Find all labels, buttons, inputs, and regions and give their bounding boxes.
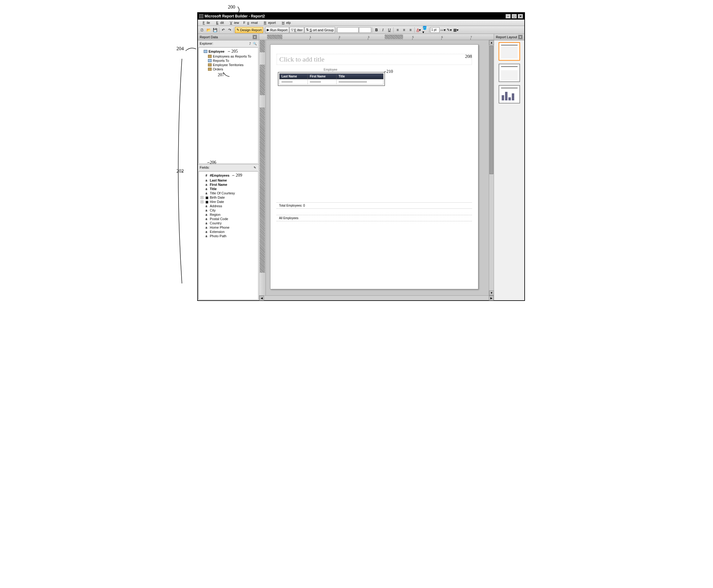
fields-section: ⌢206 Fields: ✎ # #Employees ⌢ 209 aLast … (198, 164, 259, 300)
report-data-header[interactable]: Report Data ▼ (198, 34, 259, 40)
field-title[interactable]: aTitle (199, 187, 257, 191)
field-region[interactable]: aRegion (199, 212, 257, 217)
layout-matrix-template[interactable] (498, 64, 520, 82)
workspace: Report Data ▼ Explorer: ⤴ 🔍 Employee (198, 34, 524, 300)
date-field-icon: ▦ (205, 200, 208, 204)
tree-item-territories[interactable]: Employee Territories (199, 63, 257, 67)
field-city[interactable]: aCity (199, 208, 257, 212)
field-extension[interactable]: aExtension (199, 230, 257, 234)
align-center-icon[interactable]: ≡ (401, 27, 407, 33)
aggregate-icon: # (205, 174, 208, 177)
undo-icon[interactable]: ↶ (220, 27, 226, 33)
chevron-down-icon[interactable]: ▼ (518, 35, 523, 39)
tree-item-employee[interactable]: Employee ⌢ 205 (199, 49, 257, 54)
field-count-employees[interactable]: # #Employees ⌢ 209 (199, 173, 257, 178)
canvas-scroll-area[interactable]: 208 Click to add title ⌢210 Employee Las… (266, 40, 494, 295)
annotation-206: ⌢206 (207, 160, 216, 165)
horizontal-ruler[interactable]: 1 2 3 5 6 7 (259, 34, 494, 40)
menu-report[interactable]: Report (260, 20, 278, 25)
text-field-icon: a (205, 192, 208, 195)
font-family-input[interactable] (337, 27, 359, 33)
tree-item-reports-to[interactable]: Reports To (199, 59, 257, 63)
tree-item-reports-to-role[interactable]: Employees as Reports To (199, 54, 257, 59)
italic-button[interactable]: I (380, 27, 386, 33)
left-panel: Report Data ▼ Explorer: ⤴ 🔍 Employee (198, 34, 259, 300)
scroll-right-icon[interactable]: ▶ (489, 296, 494, 300)
design-report-button[interactable]: ✎Design Report (235, 27, 263, 33)
save-icon[interactable]: 💾 (212, 27, 218, 33)
column-header-lastname[interactable]: Last Name (280, 74, 308, 79)
field-courtesy[interactable]: aTitle Of Courtesy (199, 191, 257, 195)
text-field-icon: a (205, 230, 208, 234)
report-canvas[interactable]: 208 Click to add title ⌢210 Employee Las… (270, 44, 478, 289)
fill-color-icon[interactable]: 🪣▾ (422, 27, 428, 33)
field-hiredate[interactable]: +▦Hire Date (199, 200, 257, 204)
filter-button[interactable]: ▽Filter (289, 27, 304, 33)
field-birthdate[interactable]: +▦Birth Date (199, 195, 257, 200)
chevron-down-icon[interactable]: ▼ (253, 35, 257, 39)
field-address[interactable]: aAddress (199, 204, 257, 208)
title-textbox[interactable]: Click to add title (277, 54, 472, 65)
explorer-label-row: Explorer: ⤴ 🔍 (198, 40, 259, 46)
underline-button[interactable]: U (386, 27, 392, 33)
scroll-left-icon[interactable]: ◀ (259, 296, 264, 300)
text-field-icon: a (205, 205, 208, 208)
align-left-icon[interactable]: ≡ (394, 27, 401, 33)
line-color-icon[interactable]: ✎▾ (446, 27, 452, 33)
tree-item-orders[interactable]: Orders (199, 67, 257, 71)
scroll-down-icon[interactable]: ▼ (489, 291, 494, 295)
text-field-icon: a (205, 209, 208, 212)
new-icon[interactable]: 🗋 (199, 27, 205, 33)
cell-firstname[interactable]: xxxxxxxxx (308, 79, 337, 84)
layout-chart-template[interactable] (498, 85, 520, 103)
expand-icon[interactable]: + (201, 201, 203, 203)
field-country[interactable]: aCountry (199, 221, 257, 225)
search-icon[interactable]: 🔍 (253, 41, 257, 46)
annotation-205: ⌢ 205 (228, 49, 238, 54)
horizontal-scrollbar[interactable]: ◀ ▶ (259, 295, 494, 300)
field-firstname[interactable]: aFirst Name (199, 183, 257, 187)
scroll-thumb[interactable] (489, 46, 493, 174)
menu-edit[interactable]: Edit (212, 20, 226, 25)
borders-icon[interactable]: ▦▾ (453, 27, 459, 33)
field-postal[interactable]: aPostal Code (199, 217, 257, 221)
sort-group-button[interactable]: ⇅Sort and Group (304, 27, 335, 33)
minimize-button[interactable]: – (505, 14, 511, 19)
text-field-icon: a (205, 234, 208, 238)
up-level-icon[interactable]: ⤴ (248, 41, 252, 46)
menu-view[interactable]: View (226, 20, 241, 25)
column-header-title[interactable]: Title (337, 74, 384, 79)
field-lastname[interactable]: aLast Name (199, 178, 257, 183)
maximize-button[interactable]: □ (511, 14, 517, 19)
menu-file[interactable]: File (199, 20, 212, 25)
vertical-ruler[interactable] (259, 40, 266, 295)
close-button[interactable]: ✕ (517, 14, 523, 19)
field-homephone[interactable]: aHome Phone (199, 225, 257, 230)
new-field-icon[interactable]: ✎ (253, 165, 257, 170)
border-width-input[interactable] (430, 27, 440, 33)
run-report-button[interactable]: ▶Run Report (265, 27, 289, 33)
menu-help[interactable]: Help (278, 20, 292, 25)
field-photopath[interactable]: aPhoto Path (199, 234, 257, 238)
table-row[interactable]: xxxxxxxxx xxxxxxxxx xxxxxxxxxxxxxxxxxxxx… (280, 79, 384, 84)
menu-format[interactable]: Format (242, 20, 260, 25)
text-field-icon: a (205, 187, 208, 191)
cell-lastname[interactable]: xxxxxxxxx (280, 79, 308, 84)
report-table[interactable]: Last Name First Name Title xxxxxxxxx xxx… (278, 72, 385, 86)
column-header-firstname[interactable]: First Name (308, 74, 337, 79)
font-size-input[interactable] (359, 27, 371, 33)
line-style-icon[interactable]: —▾ (440, 27, 446, 33)
align-right-icon[interactable]: ≡ (407, 27, 413, 33)
cell-title[interactable]: xxxxxxxxxxxxxxxxxxxxxxx (337, 79, 384, 84)
redo-icon[interactable]: ↷ (227, 27, 233, 33)
total-row[interactable]: Total Employees: 0 (277, 202, 472, 209)
expand-icon[interactable]: + (201, 196, 203, 199)
report-layout-header[interactable]: Report Layout ▼ (494, 34, 524, 40)
open-icon[interactable]: 📂 (205, 27, 212, 33)
vertical-scrollbar[interactable]: ▲ ▼ (489, 40, 494, 295)
filter-summary-row[interactable]: All Employees (277, 215, 472, 221)
layout-table-template[interactable] (498, 42, 520, 61)
scroll-up-icon[interactable]: ▲ (489, 40, 494, 45)
font-color-icon[interactable]: A▾ (415, 27, 422, 33)
bold-button[interactable]: B (373, 27, 380, 33)
